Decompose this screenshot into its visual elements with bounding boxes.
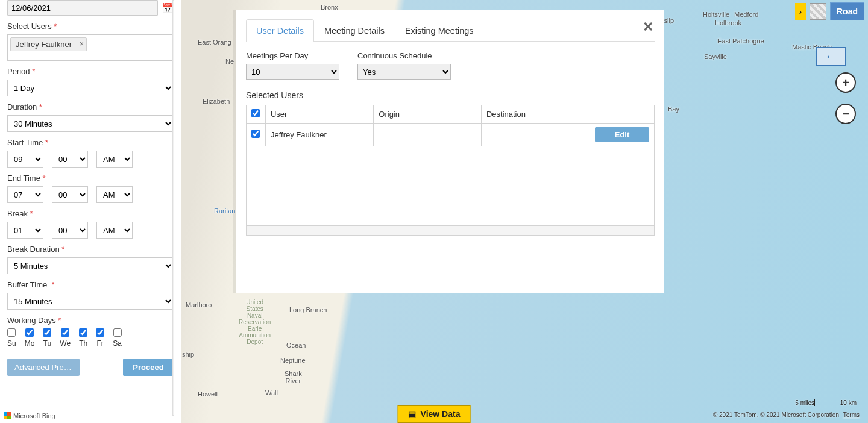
break-hour-select[interactable]: 01: [7, 222, 43, 239]
aerial-toggle[interactable]: [810, 3, 826, 20]
zoom-in-button[interactable]: +: [835, 72, 856, 93]
calendar-icon[interactable]: 📅: [162, 2, 174, 14]
view-data-button[interactable]: ▤ View Data: [398, 405, 471, 423]
break-duration-label: Break Duration *: [7, 245, 174, 254]
table-header-row: User Origin Destination: [247, 105, 655, 124]
terms-link[interactable]: Terms: [843, 412, 860, 418]
day-su-checkbox[interactable]: [7, 328, 16, 337]
col-actions: [590, 105, 655, 124]
start-hour-select[interactable]: 09: [7, 151, 43, 168]
day-tu-checkbox[interactable]: [43, 328, 51, 337]
users-multiselect[interactable]: Jeffrey Faulkner ×: [7, 34, 174, 61]
table-row: Jeffrey Faulkner Edit: [247, 124, 655, 146]
close-icon[interactable]: ✕: [643, 19, 653, 35]
bing-attribution: Microsoft Bing: [4, 412, 55, 419]
list-icon: ▤: [408, 409, 416, 419]
date-input[interactable]: [7, 0, 158, 16]
tab-user-details[interactable]: User Details: [246, 19, 314, 42]
col-user: User: [265, 105, 373, 124]
day-mo-label: Mo: [25, 339, 35, 348]
end-min-select[interactable]: 00: [52, 186, 88, 203]
row-user: Jeffrey Faulkner: [265, 124, 373, 146]
advanced-preferences-button[interactable]: Advanced Prefere...: [7, 359, 80, 376]
break-label: Break *: [7, 209, 174, 218]
day-th-checkbox[interactable]: [79, 328, 87, 337]
day-th-label: Th: [79, 339, 87, 348]
tab-existing-meetings[interactable]: Existing Meetings: [395, 19, 484, 42]
end-hour-select[interactable]: 07: [7, 186, 43, 203]
col-destination: Destination: [481, 105, 590, 124]
start-time-label: Start Time *: [7, 138, 174, 147]
back-arrow-button[interactable]: ←: [816, 47, 846, 66]
expand-panel-button[interactable]: ›: [795, 3, 806, 20]
day-fr-label: Fr: [97, 339, 104, 348]
edit-button[interactable]: Edit: [595, 127, 649, 142]
day-we-checkbox[interactable]: [61, 328, 69, 337]
day-sa-label: Sa: [113, 339, 122, 348]
remove-chip-icon[interactable]: ×: [79, 39, 84, 48]
user-details-modal: User Details Meeting Details Existing Me…: [236, 10, 664, 293]
road-view-button[interactable]: Road: [830, 2, 864, 20]
map-scale: 5 miles 10 km: [773, 398, 857, 406]
buffer-label: Buffer Time *: [7, 280, 174, 289]
user-chip: Jeffrey Faulkner ×: [10, 37, 87, 51]
select-all-checkbox[interactable]: [251, 109, 260, 118]
break-ampm-select[interactable]: AM: [96, 222, 133, 239]
continuous-schedule-select[interactable]: Yes: [357, 64, 451, 80]
duration-select[interactable]: 30 Minutes: [7, 115, 174, 132]
meetings-per-day-label: Meetings Per Day: [246, 51, 339, 60]
sidebar-panel: 📅 Select Users * Jeffrey Faulkner × Peri…: [0, 0, 181, 423]
start-min-select[interactable]: 00: [52, 151, 88, 168]
continuous-schedule-label: Continuous Schedule: [357, 51, 451, 60]
working-days-label: Working Days *: [7, 316, 174, 325]
day-tu-label: Tu: [43, 339, 52, 348]
buffer-select[interactable]: 15 Minutes: [7, 293, 174, 310]
day-su-label: Su: [7, 339, 16, 348]
day-we-label: We: [60, 339, 71, 348]
row-checkbox[interactable]: [251, 130, 260, 138]
selected-users-label: Selected Users: [246, 90, 655, 100]
day-sa-checkbox[interactable]: [113, 328, 122, 337]
sidebar-scrollbar[interactable]: [172, 0, 174, 416]
map-copyright: © 2021 TomTom, © 2021 Microsoft Corporat…: [713, 412, 860, 418]
proceed-button[interactable]: Proceed: [123, 359, 174, 376]
selected-users-table: User Origin Destination Jeffrey Faulkner…: [246, 105, 655, 146]
duration-label: Duration *: [7, 102, 174, 111]
end-ampm-select[interactable]: AM: [96, 186, 133, 203]
day-fr-checkbox[interactable]: [96, 328, 104, 337]
microsoft-logo-icon: [4, 412, 11, 419]
meetings-per-day-select[interactable]: 10: [246, 64, 339, 80]
day-mo-checkbox[interactable]: [25, 328, 34, 337]
working-days-row: Su Mo Tu We Th Fr Sa: [7, 328, 174, 348]
row-destination: [481, 124, 590, 146]
break-min-select[interactable]: 00: [52, 222, 88, 239]
table-empty-area: [246, 146, 655, 226]
table-footer: [246, 226, 655, 236]
break-duration-select[interactable]: 5 Minutes: [7, 257, 174, 274]
period-label: Period *: [7, 67, 174, 76]
row-origin: [374, 124, 482, 146]
select-users-label: Select Users *: [7, 22, 174, 31]
col-origin: Origin: [374, 105, 482, 124]
zoom-out-button[interactable]: −: [835, 104, 856, 124]
period-select[interactable]: 1 Day: [7, 80, 174, 96]
end-time-label: End Time *: [7, 174, 174, 183]
start-ampm-select[interactable]: AM: [96, 151, 133, 168]
tab-meeting-details[interactable]: Meeting Details: [314, 19, 395, 42]
